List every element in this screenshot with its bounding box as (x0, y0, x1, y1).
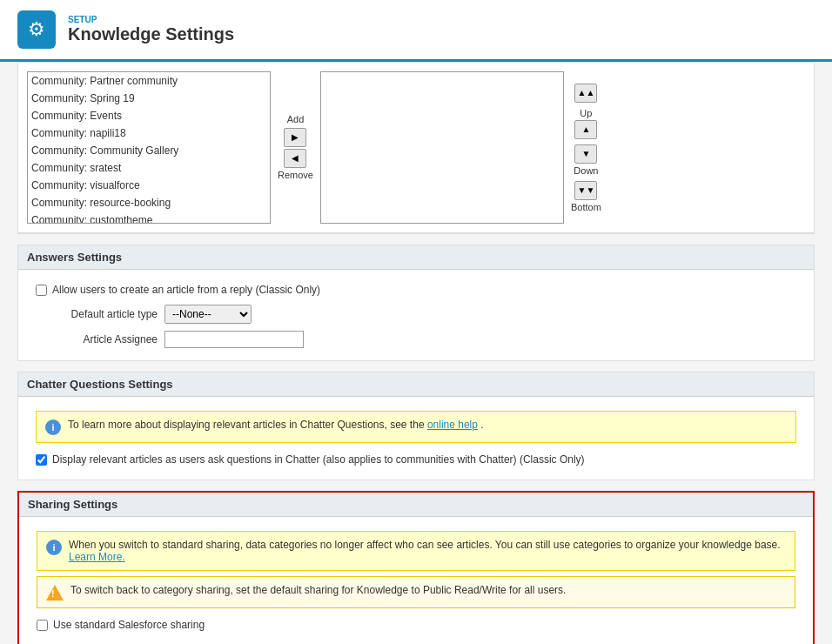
right-list[interactable] (320, 71, 564, 224)
standard-sharing-row: Use standard Salesforce sharing (28, 614, 804, 636)
sharing-info-icon: i (46, 540, 62, 555)
chatter-settings-section: Chatter Questions Settings i To learn mo… (17, 372, 815, 480)
add-label: Add (287, 114, 305, 124)
list-item[interactable]: Community: Spring 19 (28, 90, 270, 107)
sharing-info-box: i When you switch to standard sharing, d… (37, 531, 795, 571)
bottom-label: Bottom (571, 202, 601, 212)
list-item[interactable]: Community: Partner community (28, 72, 270, 90)
list-item[interactable]: Community: sratest (28, 159, 270, 177)
learn-more-link[interactable]: Learn More. (69, 551, 125, 563)
left-list[interactable]: Community: Partner community Community: … (27, 71, 271, 224)
standard-sharing-label: Use standard Salesforce sharing (53, 619, 205, 631)
article-assignee-row: Article Assignee (27, 327, 805, 352)
up-button[interactable]: ▲ (574, 120, 597, 139)
top-button[interactable]: ▲▲ (574, 84, 597, 103)
list-transfer-section: Community: Partner community Community: … (17, 62, 815, 234)
up-label: Up (580, 108, 592, 118)
gear-icon: ⚙ (28, 18, 45, 41)
list-item[interactable]: Community: visualforce (28, 177, 270, 194)
down-label: Down (574, 165, 598, 176)
sharing-settings-section: Sharing Settings i When you switch to st… (17, 491, 815, 644)
main-content: Community: Partner community Community: … (0, 62, 832, 644)
sharing-info-text: When you switch to standard sharing, dat… (69, 539, 786, 563)
default-article-row: Default article type --None-- (27, 301, 805, 327)
article-assignee-label: Article Assignee (36, 333, 158, 345)
answers-settings-header: Answers Settings (18, 245, 814, 270)
down-button[interactable]: ▼ (574, 144, 597, 164)
remove-button[interactable]: ◀ (284, 149, 306, 168)
sharing-warn-box: To switch back to category sharing, set … (37, 576, 795, 608)
list-item[interactable]: Community: customtheme (28, 211, 270, 224)
sharing-settings-body: i When you switch to standard sharing, d… (19, 517, 813, 644)
online-help-link[interactable]: online help (427, 419, 478, 431)
answers-settings-body: Allow users to create an article from a … (18, 270, 814, 360)
allow-article-checkbox[interactable] (36, 285, 47, 296)
default-article-type-label: Default article type (36, 308, 158, 320)
header-text: SETUP Knowledge Settings (68, 15, 234, 44)
list-item[interactable]: Community: resource-booking (28, 194, 270, 211)
sharing-settings-header: Sharing Settings (19, 493, 813, 517)
list-item[interactable]: Community: Community Gallery (28, 142, 270, 159)
sharing-warn-text: To switch back to category sharing, set … (70, 584, 566, 596)
warn-icon-wrap (46, 585, 64, 600)
chatter-info-box: i To learn more about displaying relevan… (36, 411, 796, 443)
display-articles-checkbox[interactable] (36, 454, 47, 466)
default-article-type-select[interactable]: --None-- (164, 305, 252, 324)
remove-label: Remove (278, 170, 313, 180)
add-remove-controls: Add ▶ ◀ Remove (271, 71, 320, 224)
bottom-button[interactable]: ▼▼ (574, 181, 597, 200)
header-icon: ⚙ (17, 10, 56, 49)
page-header: ⚙ SETUP Knowledge Settings (0, 0, 832, 62)
allow-article-label: Allow users to create an article from a … (52, 284, 320, 296)
order-controls: ▲▲ Up ▲ ▼ Down ▼▼ Bottom (564, 71, 608, 224)
chatter-info-text: To learn more about displaying relevant … (68, 419, 484, 431)
info-icon: i (45, 419, 61, 435)
display-articles-row: Display relevant articles as users ask q… (27, 448, 805, 471)
setup-label: SETUP (68, 15, 234, 24)
article-assignee-input[interactable] (164, 331, 304, 348)
list-transfer-area: Community: Partner community Community: … (18, 63, 814, 233)
chatter-settings-header: Chatter Questions Settings (18, 372, 814, 397)
add-button[interactable]: ▶ (284, 128, 306, 147)
display-articles-label: Display relevant articles as users ask q… (52, 453, 585, 466)
page-title: Knowledge Settings (68, 24, 234, 44)
chatter-settings-body: i To learn more about displaying relevan… (18, 397, 814, 480)
allow-article-row: Allow users to create an article from a … (27, 278, 805, 301)
warning-icon (46, 585, 64, 600)
list-item[interactable]: Community: Events (28, 107, 270, 124)
standard-sharing-checkbox[interactable] (37, 620, 48, 631)
list-item[interactable]: Community: napili18 (28, 124, 270, 142)
answers-settings-section: Answers Settings Allow users to create a… (17, 245, 815, 361)
